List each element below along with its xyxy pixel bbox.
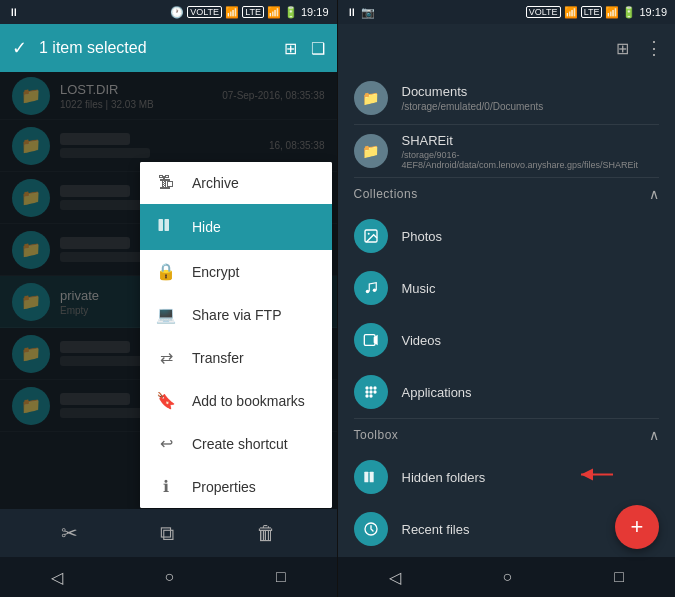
grid-icon[interactable]: ⊞ [616, 39, 629, 58]
ctx-encrypt[interactable]: 🔒 Encrypt [140, 250, 332, 293]
hidden-folders-text: Hidden folders [402, 470, 660, 485]
lte-badge: LTE [242, 6, 264, 18]
right-panel: ⏸ 📷 VOLTE 📶 LTE 📶 🔋 19:19 ⊞ ⋮ 📁 Document… [338, 0, 676, 597]
right-wifi-icon: 📶 [564, 6, 578, 19]
ctx-bookmarks-label: Add to bookmarks [192, 393, 305, 409]
sidebar-item-hidden-folders[interactable]: Hidden folders [338, 451, 676, 503]
sidebar-content: 📁 Documents /storage/emulated/0/Document… [338, 72, 676, 557]
sidebar-item-ftp-server[interactable]: FTP Server [338, 555, 676, 557]
music-text: Music [402, 281, 660, 296]
grid-view-icon[interactable]: ⊞ [284, 39, 297, 58]
status-left: ⏸ [8, 6, 19, 18]
right-nav-bar: ◁ ○ □ [338, 557, 676, 597]
videos-text: Videos [402, 333, 660, 348]
applications-name: Applications [402, 385, 660, 400]
status-right: 🕐 VOLTE 📶 LTE 📶 🔋 19:19 [170, 6, 328, 19]
right-home-button[interactable]: ○ [503, 568, 513, 586]
svg-point-5 [372, 289, 376, 293]
bookmark-icon: 🔖 [156, 391, 176, 410]
home-button[interactable]: ○ [165, 568, 175, 586]
right-time-display: 19:19 [639, 6, 667, 18]
top-bar-icons: ⊞ ❑ [284, 39, 325, 58]
sidebar-item-photos[interactable]: Photos [338, 210, 676, 262]
documents-text: Documents /storage/emulated/0/Documents [402, 84, 660, 112]
copy-button[interactable]: ⧉ [160, 522, 174, 545]
shareit-name: SHAREit [402, 133, 660, 148]
ctx-encrypt-label: Encrypt [192, 264, 239, 280]
signal-icon: 📶 [267, 6, 281, 19]
svg-point-15 [369, 394, 372, 397]
collections-title: Collections [354, 187, 418, 201]
arrow-indicator [575, 465, 615, 490]
encrypt-icon: 🔒 [156, 262, 176, 281]
hide-icon [156, 216, 176, 238]
recent-files-icon [354, 512, 388, 546]
fab-button[interactable]: + [615, 505, 659, 549]
music-name: Music [402, 281, 660, 296]
photos-text: Photos [402, 229, 660, 244]
svg-rect-1 [165, 219, 170, 231]
file-list: 📁 LOST.DIR 1022 files | 32.03 MB 07-Sep-… [0, 72, 337, 509]
share-ftp-icon: 💻 [156, 305, 176, 324]
select-all-icon[interactable]: ❑ [311, 39, 325, 58]
delete-button[interactable]: 🗑 [256, 522, 276, 545]
properties-icon: ℹ [156, 477, 176, 496]
check-icon: ✓ [12, 37, 27, 59]
svg-point-12 [369, 390, 372, 393]
shareit-text: SHAREit /storage/9016-4EF8/Android/data/… [402, 133, 660, 170]
right-recents-button[interactable]: □ [614, 568, 624, 586]
archive-icon: 🗜 [156, 174, 176, 192]
collections-chevron[interactable]: ∧ [649, 186, 659, 202]
ctx-shortcut-label: Create shortcut [192, 436, 288, 452]
right-status-bar: ⏸ 📷 VOLTE 📶 LTE 📶 🔋 19:19 [338, 0, 676, 24]
cut-button[interactable]: ✂ [61, 521, 78, 545]
svg-rect-16 [364, 472, 368, 483]
bottom-toolbar: ✂ ⧉ 🗑 [0, 509, 337, 557]
sidebar-item-shareit[interactable]: 📁 SHAREit /storage/9016-4EF8/Android/dat… [338, 125, 676, 177]
volte-badge: VOLTE [187, 6, 222, 18]
svg-point-14 [365, 394, 368, 397]
svg-rect-6 [364, 335, 375, 346]
ctx-bookmarks[interactable]: 🔖 Add to bookmarks [140, 379, 332, 422]
applications-text: Applications [402, 385, 660, 400]
sidebar-item-music[interactable]: Music [338, 262, 676, 314]
videos-icon [354, 323, 388, 357]
right-battery-icon: 🔋 [622, 6, 636, 19]
left-nav-bar: ◁ ○ □ [0, 557, 337, 597]
collections-header: Collections ∧ [338, 178, 676, 210]
photos-name: Photos [402, 229, 660, 244]
transfer-icon: ⇄ [156, 348, 176, 367]
svg-point-13 [373, 390, 376, 393]
sidebar-item-videos[interactable]: Videos [338, 314, 676, 366]
right-volte-badge: VOLTE [526, 6, 561, 18]
toolbox-title: Toolbox [354, 428, 399, 442]
ctx-hide[interactable]: Hide [140, 204, 332, 250]
ctx-transfer[interactable]: ⇄ Transfer [140, 336, 332, 379]
sidebar-item-applications[interactable]: Applications [338, 366, 676, 418]
back-button[interactable]: ◁ [51, 568, 63, 587]
ctx-share-ftp[interactable]: 💻 Share via FTP [140, 293, 332, 336]
more-icon[interactable]: ⋮ [645, 37, 663, 59]
sidebar-item-documents[interactable]: 📁 Documents /storage/emulated/0/Document… [338, 72, 676, 124]
svg-point-11 [365, 390, 368, 393]
selection-title: 1 item selected [39, 39, 272, 57]
context-menu: 🗜 Archive Hide 🔒 Encrypt 💻 Share via FTP… [140, 162, 332, 508]
svg-point-4 [365, 290, 369, 294]
ctx-archive[interactable]: 🗜 Archive [140, 162, 332, 204]
svg-marker-7 [373, 335, 377, 346]
ctx-transfer-label: Transfer [192, 350, 244, 366]
right-pause-icon: ⏸ [346, 6, 357, 18]
clock-icon: 🕐 [170, 6, 184, 19]
photos-icon [354, 219, 388, 253]
wifi-icon: 📶 [225, 6, 239, 19]
right-back-button[interactable]: ◁ [389, 568, 401, 587]
recents-button[interactable]: □ [276, 568, 286, 586]
shortcut-icon: ↩ [156, 434, 176, 453]
ctx-shortcut[interactable]: ↩ Create shortcut [140, 422, 332, 465]
time-display: 19:19 [301, 6, 329, 18]
toolbox-chevron[interactable]: ∧ [649, 427, 659, 443]
toolbox-header: Toolbox ∧ [338, 419, 676, 451]
ctx-share-ftp-label: Share via FTP [192, 307, 281, 323]
svg-point-8 [365, 386, 368, 389]
ctx-properties[interactable]: ℹ Properties [140, 465, 332, 508]
